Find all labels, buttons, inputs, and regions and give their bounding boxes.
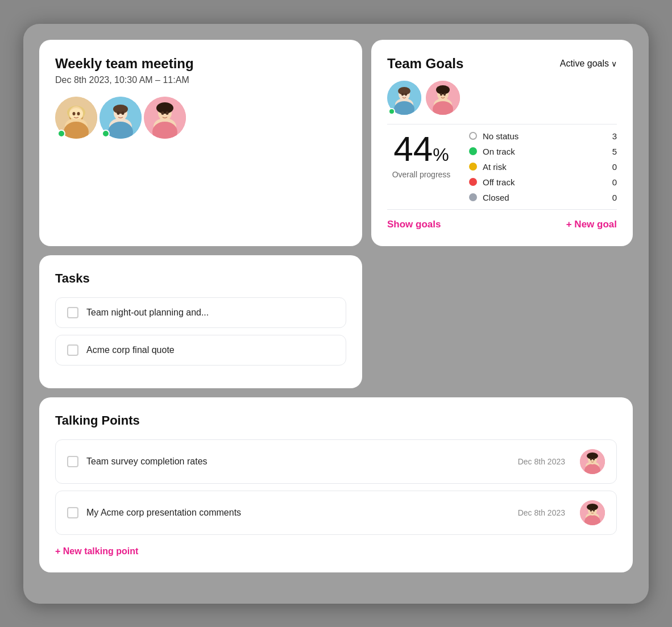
- talking-date-1: Dec 8th 2023: [518, 457, 565, 466]
- task-text-2: Acme corp final quote: [86, 345, 175, 355]
- svg-point-35: [440, 93, 442, 95]
- talking-avatar-2: [580, 500, 605, 525]
- status-list: No status 3 On track 5 At risk 0: [469, 131, 617, 202]
- chevron-down-icon: ∨: [611, 59, 617, 68]
- active-goals-button[interactable]: Active goals ∨: [560, 59, 617, 69]
- status-closed: Closed 0: [469, 193, 617, 202]
- talking-points-card: Talking Points Team survey completion ra…: [39, 397, 633, 572]
- status-on-track: On track 5: [469, 147, 617, 156]
- meeting-time: Dec 8th 2023, 10:30 AM – 11:AM: [55, 75, 346, 85]
- goals-divider-top: [387, 124, 617, 124]
- talking-checkbox-1[interactable]: [67, 456, 78, 467]
- closed-count: 0: [607, 193, 617, 202]
- overall-progress-label: Overall progress: [392, 170, 451, 179]
- svg-point-28: [401, 93, 404, 95]
- meeting-title: Weekly team meeting: [55, 56, 346, 72]
- avatar-person1: [55, 97, 97, 139]
- tasks-title: Tasks: [55, 271, 346, 286]
- task-checkbox-1[interactable]: [67, 307, 78, 318]
- svg-point-15: [122, 111, 125, 115]
- svg-point-27: [398, 87, 410, 95]
- on-track-dot: [469, 147, 477, 155]
- svg-point-14: [117, 111, 120, 115]
- at-risk-dot: [469, 163, 477, 171]
- closed-label: Closed: [483, 193, 601, 202]
- svg-point-50: [593, 509, 595, 512]
- off-track-label: Off track: [483, 177, 601, 187]
- overall-progress: 44% Overall progress: [387, 131, 455, 179]
- svg-point-49: [590, 509, 592, 512]
- meeting-card: Weekly team meeting Dec 8th 2023, 10:30 …: [39, 40, 362, 246]
- status-no-status: No status 3: [469, 131, 617, 141]
- svg-point-8: [77, 112, 80, 115]
- talking-text-2: My Acme corp presentation comments: [86, 508, 510, 518]
- main-container: Weekly team meeting Dec 8th 2023, 10:30 …: [23, 24, 649, 604]
- goals-avatar-person2: [387, 81, 421, 115]
- progress-value: 44%: [393, 131, 449, 167]
- svg-point-48: [587, 504, 598, 510]
- talking-checkbox-2[interactable]: [67, 507, 78, 518]
- middle-row: Tasks Team night-out planning and... Acm…: [39, 255, 633, 388]
- off-track-count: 0: [607, 177, 617, 187]
- svg-point-36: [443, 93, 446, 95]
- goals-header: Team Goals Active goals ∨: [387, 56, 617, 72]
- tasks-spacer: [371, 255, 633, 388]
- at-risk-count: 0: [607, 162, 617, 172]
- new-talking-point-button[interactable]: + New talking point: [55, 546, 138, 557]
- svg-point-42: [590, 458, 592, 460]
- online-indicator-person2: [102, 130, 110, 138]
- talking-points-title: Talking Points: [55, 413, 617, 428]
- no-status-count: 3: [607, 131, 617, 141]
- goals-avatar-img-person3: [426, 81, 460, 115]
- goals-avatars: [387, 81, 617, 115]
- svg-point-20: [156, 102, 173, 114]
- goals-divider-bottom: [387, 209, 617, 210]
- task-item-1: Team night-out planning and...: [55, 297, 346, 328]
- svg-point-7: [73, 112, 76, 115]
- no-status-dot: [469, 132, 477, 140]
- svg-point-34: [436, 85, 450, 94]
- goals-avatar-person3: [426, 81, 460, 115]
- goals-footer: Show goals + New goal: [387, 219, 617, 230]
- show-goals-button[interactable]: Show goals: [387, 219, 441, 230]
- on-track-count: 5: [607, 147, 617, 156]
- talking-avatar-1: [580, 449, 605, 474]
- talking-item-1: Team survey completion rates Dec 8th 202…: [55, 439, 617, 484]
- svg-point-22: [166, 111, 169, 115]
- svg-point-21: [161, 111, 164, 115]
- at-risk-label: At risk: [483, 162, 601, 172]
- avatar-person2: [99, 97, 142, 139]
- off-track-dot: [469, 178, 477, 186]
- svg-point-41: [587, 452, 598, 459]
- top-row: Weekly team meeting Dec 8th 2023, 10:30 …: [39, 40, 633, 246]
- status-off-track: Off track 0: [469, 177, 617, 187]
- talking-date-2: Dec 8th 2023: [518, 508, 565, 517]
- goals-card: Team Goals Active goals ∨: [371, 40, 633, 246]
- avatar-person3: [144, 97, 186, 139]
- new-goal-button[interactable]: + New goal: [566, 219, 617, 230]
- tasks-card: Tasks Team night-out planning and... Acm…: [39, 255, 362, 388]
- task-checkbox-2[interactable]: [67, 344, 78, 356]
- talking-item-2: My Acme corp presentation comments Dec 8…: [55, 491, 617, 535]
- closed-dot: [469, 193, 477, 201]
- status-at-risk: At risk 0: [469, 162, 617, 172]
- task-text-1: Team night-out planning and...: [86, 308, 209, 318]
- goals-title: Team Goals: [387, 56, 463, 72]
- talking-text-1: Team survey completion rates: [86, 456, 510, 467]
- svg-point-43: [593, 458, 595, 460]
- goals-online-indicator: [388, 108, 395, 115]
- no-status-label: No status: [483, 131, 601, 141]
- svg-point-13: [113, 105, 128, 114]
- online-indicator-person1: [57, 130, 65, 138]
- task-item-2: Acme corp final quote: [55, 335, 346, 366]
- on-track-label: On track: [483, 147, 601, 156]
- avatar-image-person3: [144, 97, 186, 139]
- meeting-avatars: [55, 97, 346, 139]
- goals-body: 44% Overall progress No status 3 On trac…: [387, 131, 617, 202]
- svg-point-29: [405, 93, 407, 95]
